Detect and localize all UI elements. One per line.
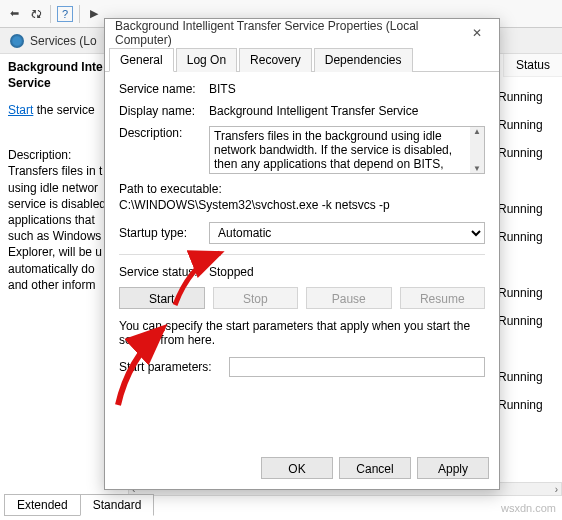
status-list: RunningRunningRunningRunningRunningRunni… [492, 88, 562, 508]
val-display-name: Background Intelligent Transfer Service [209, 104, 485, 118]
start-suffix: the service [33, 103, 94, 117]
resume-button: Resume [400, 287, 486, 309]
status-cell: Running [498, 144, 562, 162]
status-cell: Running [498, 368, 562, 386]
lbl-service-name: Service name: [119, 82, 209, 96]
lbl-display-name: Display name: [119, 104, 209, 118]
ok-button[interactable]: OK [261, 457, 333, 479]
services-title: Services (Lo [30, 34, 97, 48]
status-cell [498, 452, 562, 470]
pause-button: Pause [306, 287, 392, 309]
refresh-icon[interactable]: 🗘 [28, 6, 44, 22]
tab-extended[interactable]: Extended [4, 494, 81, 516]
dialog-tab-log-on[interactable]: Log On [176, 48, 237, 72]
status-cell: Running [498, 116, 562, 134]
cancel-button[interactable]: Cancel [339, 457, 411, 479]
branding: wsxdn.com [501, 502, 556, 514]
run-icon[interactable]: ▶ [86, 6, 102, 22]
val-service-status: Stopped [209, 265, 485, 279]
dialog-tab-dependencies[interactable]: Dependencies [314, 48, 413, 72]
left-pane: Background Inte Service Start the servic… [0, 54, 120, 484]
close-icon[interactable]: ✕ [462, 22, 491, 44]
status-cell: Running [498, 396, 562, 414]
start-params-input[interactable] [229, 357, 485, 377]
status-cell: Running [498, 88, 562, 106]
help-icon[interactable]: ? [57, 6, 73, 22]
column-header-status[interactable]: Status [503, 54, 562, 77]
start-button[interactable]: Start [119, 287, 205, 309]
dialog-tabs: GeneralLog OnRecoveryDependencies [105, 47, 499, 72]
description-heading: Description: [8, 147, 113, 163]
lbl-description: Description: [119, 126, 209, 140]
stop-button: Stop [213, 287, 299, 309]
lbl-startup-type: Startup type: [119, 226, 209, 240]
status-cell: Running [498, 228, 562, 246]
status-cell: Running [498, 284, 562, 302]
lbl-service-status: Service status: [119, 265, 209, 279]
bottom-tabs: Extended Standard [4, 494, 153, 516]
val-description[interactable]: Transfers files in the background using … [209, 126, 485, 174]
gear-icon [10, 34, 24, 48]
status-cell [498, 340, 562, 358]
status-cell: Running [498, 312, 562, 330]
dialog-tab-recovery[interactable]: Recovery [239, 48, 312, 72]
status-cell: Running [498, 200, 562, 218]
tab-standard[interactable]: Standard [80, 494, 155, 516]
lbl-path: Path to executable: [119, 182, 485, 196]
startup-type-select[interactable]: Automatic [209, 222, 485, 244]
val-path: C:\WINDOWS\System32\svchost.exe -k netsv… [119, 198, 485, 212]
status-cell [498, 172, 562, 190]
scroll-right-icon[interactable]: › [555, 484, 558, 495]
dialog-tab-general[interactable]: General [109, 48, 174, 72]
properties-dialog: Background Intelligent Transfer Service … [104, 18, 500, 490]
description-text: Transfers files in t using idle networ s… [8, 163, 113, 293]
start-service-link[interactable]: Start [8, 103, 33, 117]
description-scrollbar[interactable]: ▲▼ [470, 127, 484, 173]
service-title: Background Inte Service [8, 60, 113, 91]
dialog-title: Background Intelligent Transfer Service … [115, 19, 462, 47]
val-service-name: BITS [209, 82, 485, 96]
apply-button[interactable]: Apply [417, 457, 489, 479]
lbl-start-params: Start parameters: [119, 360, 229, 374]
status-cell [498, 256, 562, 274]
back-icon[interactable]: ⬅ [6, 6, 22, 22]
status-cell [498, 424, 562, 442]
start-params-hint: You can specify the start parameters tha… [119, 319, 485, 347]
